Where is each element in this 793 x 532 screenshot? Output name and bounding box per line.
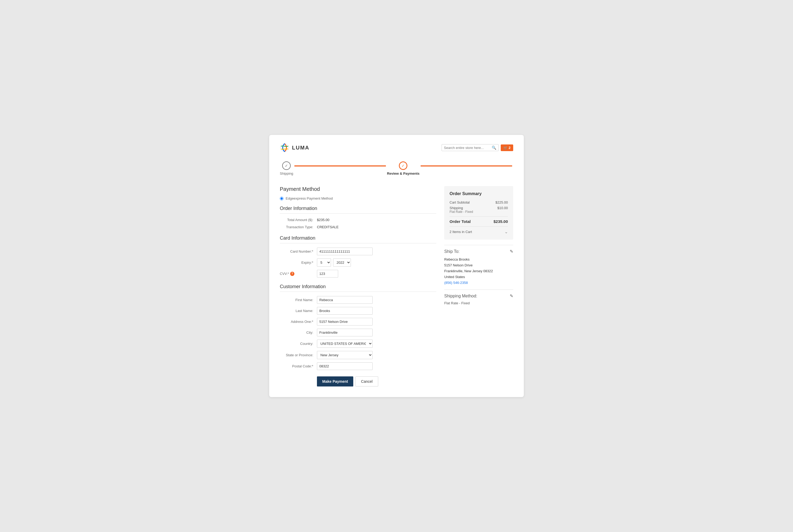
transaction-type-row: Transaction Type: CREDITSALE <box>280 225 436 229</box>
expiry-month-select[interactable]: 1234 5678 9101112 <box>317 259 331 267</box>
address-input[interactable] <box>317 318 373 325</box>
total-amount-label: Total Amount ($): <box>280 218 317 222</box>
city-label: City: <box>280 330 317 335</box>
state-label: State or Province: <box>280 353 317 357</box>
shipping-method-header: Shipping Method: ✎ <box>444 293 513 299</box>
expiry-year-select[interactable]: 202120222023 20242025 <box>333 259 351 267</box>
state-select[interactable]: AlabamaAlaskaArizona New JerseyNew York <box>317 351 373 359</box>
customer-info-title: Customer Information <box>280 284 436 292</box>
svg-point-0 <box>280 144 289 152</box>
cart-subtotal-value: $225.00 <box>495 201 508 204</box>
step-review[interactable]: ✓ Review & Payments <box>387 162 420 175</box>
chevron-down-icon: ⌄ <box>504 229 508 234</box>
order-info-title: Order Information <box>280 206 436 214</box>
ship-to-city-state: Franklinville, New Jersey 08322 <box>444 268 513 274</box>
cvv-input[interactable] <box>317 270 338 278</box>
last-name-row: Last Name: <box>280 307 436 315</box>
postal-label: Postal Code:* <box>280 364 317 368</box>
action-buttons: Make Payment Cancel <box>317 376 436 386</box>
header-right: 🔍 🛒 2 <box>442 144 513 151</box>
total-amount-value: $235.00 <box>317 218 329 222</box>
expiry-row: Expiry:* 1234 5678 9101112 202120222023 … <box>280 259 436 267</box>
ship-to-name: Rebecca Brooks <box>444 256 513 262</box>
shipping-value: $10.00 <box>497 206 508 210</box>
postal-row: Postal Code:* <box>280 362 436 370</box>
search-input[interactable] <box>444 146 492 150</box>
step-circle-review: ✓ <box>399 162 407 170</box>
left-panel: Payment Method Edgeexpress Payment Metho… <box>280 186 436 386</box>
step-label-review: Review & Payments <box>387 171 420 175</box>
shipping-method-title: Shipping Method: <box>444 294 477 299</box>
main-layout: Payment Method Edgeexpress Payment Metho… <box>280 186 513 386</box>
step-shipping[interactable]: ✓ Shipping <box>280 162 293 175</box>
header: LUMA 🔍 🛒 2 <box>280 143 513 152</box>
search-icon: 🔍 <box>492 146 496 150</box>
address-row: Address One:* <box>280 318 436 325</box>
postal-input[interactable] <box>317 362 373 370</box>
city-input[interactable] <box>317 329 373 336</box>
shipping-label: Shipping <box>449 206 463 210</box>
card-number-row: Card Number:* <box>280 248 436 255</box>
ship-to-phone[interactable]: (856) 546-2358 <box>444 281 468 285</box>
ship-to-edit-icon[interactable]: ✎ <box>510 249 513 254</box>
shipping-method-edit-icon[interactable]: ✎ <box>510 293 513 299</box>
cart-items-row[interactable]: 2 Items in Cart ⌄ <box>449 229 508 234</box>
ship-to-country: United States <box>444 274 513 280</box>
order-total-row: Order Total $235.00 <box>449 219 508 224</box>
cart-button[interactable]: 🛒 2 <box>501 145 513 151</box>
summary-divider-2 <box>449 226 508 227</box>
first-name-row: First Name: <box>280 296 436 304</box>
city-row: City: <box>280 329 436 336</box>
cart-subtotal-row: Cart Subtotal $225.00 <box>449 201 508 204</box>
order-summary: Order Summary Cart Subtotal $225.00 Ship… <box>444 186 513 240</box>
page-container: LUMA 🔍 🛒 2 ✓ Shipping ✓ Review & Payment… <box>269 135 524 397</box>
total-amount-row: Total Amount ($): $235.00 <box>280 218 436 222</box>
progress-line-2 <box>421 166 512 167</box>
card-number-input[interactable] <box>317 248 373 255</box>
payment-method-title: Payment Method <box>280 186 436 192</box>
logo-text: LUMA <box>292 145 310 151</box>
cvv-label-row: CVV:* ? <box>280 272 313 276</box>
ship-to-address: Rebecca Brooks 5157 Nelson Drive Frankli… <box>444 256 513 286</box>
search-box: 🔍 <box>442 144 499 151</box>
last-name-label: Last Name: <box>280 309 317 313</box>
step-circle-shipping: ✓ <box>282 162 291 170</box>
cvv-row: CVV:* ? <box>280 270 436 278</box>
ship-to-header: Ship To: ✎ <box>444 249 513 254</box>
country-label: Country: <box>280 342 317 346</box>
cvv-label-area: CVV:* ? <box>280 272 317 276</box>
shipping-method-section: Shipping Method: ✎ Flat Rate - Fixed <box>444 289 513 309</box>
shipping-sublabel: Flat Rate - Fixed <box>449 210 508 214</box>
cart-items-label: 2 Items in Cart <box>449 230 472 234</box>
expiry-fields: 1234 5678 9101112 202120222023 20242025 <box>317 259 351 267</box>
payment-method-radio-input[interactable] <box>280 197 283 201</box>
last-name-input[interactable] <box>317 307 373 315</box>
country-select[interactable]: UNITED STATES OF AMERICA CANADA <box>317 340 373 348</box>
customer-information-section: Customer Information First Name: Last Na… <box>280 284 436 370</box>
cancel-button[interactable]: Cancel <box>355 376 378 386</box>
payment-method-radio-row: Edgeexpress Payment Method <box>280 196 436 201</box>
cart-count: 2 <box>509 146 511 150</box>
progress-bar: ✓ Shipping ✓ Review & Payments <box>280 159 513 178</box>
cvv-help-icon[interactable]: ? <box>290 272 294 276</box>
country-row: Country: UNITED STATES OF AMERICA CANADA <box>280 340 436 348</box>
order-summary-title: Order Summary <box>449 191 508 196</box>
order-total-value: $235.00 <box>494 219 508 224</box>
first-name-label: First Name: <box>280 298 317 302</box>
luma-logo-icon <box>280 143 289 152</box>
ship-to-section: Ship To: ✎ Rebecca Brooks 5157 Nelson Dr… <box>444 245 513 289</box>
make-payment-button[interactable]: Make Payment <box>317 376 353 386</box>
step-label-shipping: Shipping <box>280 171 293 175</box>
cart-icon: 🛒 <box>503 146 508 150</box>
card-info-title: Card Information <box>280 235 436 243</box>
card-number-label: Card Number:* <box>280 249 317 253</box>
card-information-section: Card Information Card Number:* Expiry:* … <box>280 235 436 278</box>
right-panel: Order Summary Cart Subtotal $225.00 Ship… <box>444 186 513 309</box>
logo-area: LUMA <box>280 143 310 152</box>
transaction-type-value: CREDITSALE <box>317 225 339 229</box>
cart-subtotal-label: Cart Subtotal <box>449 201 470 204</box>
shipping-method-value: Flat Rate - Fixed <box>444 301 513 305</box>
ship-to-street: 5157 Nelson Drive <box>444 262 513 268</box>
first-name-input[interactable] <box>317 296 373 304</box>
ship-to-title: Ship To: <box>444 249 460 254</box>
